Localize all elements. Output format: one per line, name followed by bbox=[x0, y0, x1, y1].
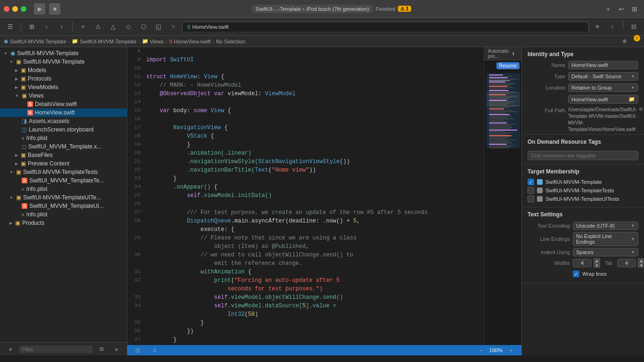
file-tab-homeview[interactable]: S HomeView.swift bbox=[182, 22, 589, 32]
sidebar-item-viewmodels[interactable]: ▶ ▣ ViewModels bbox=[0, 83, 127, 91]
reveal-icon[interactable]: ⚙ bbox=[639, 107, 643, 112]
add-file-icon[interactable]: + bbox=[4, 343, 17, 356]
sidebar-item-assets[interactable]: ◨ Assets.xcassets bbox=[0, 117, 127, 125]
ts-encoding-dropdown[interactable]: Unicode (UTF-8) ▼ bbox=[573, 222, 638, 230]
jump-icon[interactable]: ⊕ bbox=[618, 35, 631, 48]
add-button[interactable]: + bbox=[603, 3, 614, 15]
target-checkbox-1[interactable]: ✓ bbox=[528, 179, 534, 185]
project-icon: ◉ bbox=[4, 38, 8, 44]
filter-sort-icon[interactable]: ⊟ bbox=[95, 343, 108, 356]
warning-dot[interactable]: ! bbox=[634, 35, 640, 41]
preview-info-icon[interactable]: ℹ bbox=[509, 47, 518, 60]
sidebar-item-tests-file[interactable]: S SwiftUI_MVVM_TemplateTe... bbox=[0, 176, 127, 185]
inspector-row-location-file: HomeView.swift 📁 bbox=[522, 93, 644, 105]
function-list-icon[interactable]: ≡ bbox=[148, 344, 161, 355]
breadcrumb-item-file[interactable]: S HomeView.swift bbox=[169, 39, 211, 44]
indent-width-stepper: ▲ ▼ bbox=[638, 258, 644, 268]
on-demand-input[interactable] bbox=[528, 151, 638, 160]
title-bar: ▶ ■ SwiftUI-...-Template › iPod touch (7… bbox=[0, 0, 644, 18]
minimize-button[interactable] bbox=[12, 6, 18, 12]
breadcrumb-item-views[interactable]: 📁 Views bbox=[142, 38, 164, 44]
inspector-list-button[interactable]: ≡ bbox=[591, 20, 604, 33]
sidebar-item-infoplist1[interactable]: ≡ Info.plist bbox=[0, 134, 127, 142]
traffic-lights bbox=[4, 6, 26, 12]
shape-button[interactable]: △ bbox=[107, 20, 120, 33]
ts-lineendings-value: No Explicit Line Endings bbox=[576, 233, 631, 245]
git-button[interactable]: ⑂ bbox=[167, 20, 180, 33]
breadcrumb-item-nosel[interactable]: No Selection bbox=[216, 39, 245, 44]
sidebar-item-products[interactable]: ▶ ▣ Products bbox=[0, 219, 127, 227]
grid-view-button[interactable]: ⊞ bbox=[25, 20, 38, 33]
resume-button[interactable]: Resume bbox=[496, 62, 520, 69]
ts-label-lineendings: Line Endings bbox=[528, 236, 570, 242]
back-button[interactable]: ‹ bbox=[40, 20, 53, 33]
indent-width-input[interactable]: 4 bbox=[617, 259, 636, 267]
sidebar-item-launchscreen[interactable]: ◫ LaunchScreen.storyboard bbox=[0, 125, 127, 134]
sidebar-item-xcconfig[interactable]: ◻ SwiftUI_MVVM_Template.x... bbox=[0, 142, 127, 151]
code-editor[interactable]: 8 9 import SwiftUI 10 11 struct HomeView… bbox=[127, 47, 484, 345]
chevron-down-icon: ▼ bbox=[631, 85, 635, 90]
warning-badge[interactable]: ⚠ 1 bbox=[398, 6, 411, 12]
jump-to-def-icon[interactable]: ◎ bbox=[131, 344, 144, 355]
sidebar-item-homeview[interactable]: S HomeView.swift bbox=[0, 108, 127, 117]
breadcrumb-item-root[interactable]: ◉ SwiftUI-MVVM-Template bbox=[4, 38, 66, 44]
toolbar: ☰ ⊞ ‹ › + ⚠ △ ◇ ⬡ ◱ ⑂ S HomeView.swift ≡… bbox=[0, 18, 644, 36]
indent-width-up[interactable]: ▲ bbox=[638, 258, 644, 263]
target-section-title: Target Membership bbox=[528, 168, 638, 175]
code-coverage-button[interactable]: ◱ bbox=[152, 20, 165, 33]
inspector-type-dropdown[interactable]: Default - Swift Source ▼ bbox=[568, 72, 638, 81]
sidebar-item-infoplist2[interactable]: ≡ Info.plist bbox=[0, 185, 127, 193]
sidebar-toggle[interactable]: ☰ bbox=[4, 20, 17, 33]
inspector-location-dropdown[interactable]: Relative to Group ▼ bbox=[568, 83, 638, 92]
tab-width-down[interactable]: ▼ bbox=[594, 263, 600, 268]
sidebar-item-preview-content[interactable]: ▶ ▣ Preview Content bbox=[0, 159, 127, 168]
filter-options-icon[interactable]: ≡ bbox=[110, 343, 123, 356]
indent-width-down[interactable]: ▼ bbox=[638, 263, 644, 268]
sidebar-item-uitests-group[interactable]: ▼ ▣ SwiftUI-MVVM-TemplateUITe... bbox=[0, 193, 127, 202]
memory-button[interactable]: ◇ bbox=[122, 20, 135, 33]
add-file-button[interactable]: + bbox=[76, 20, 90, 33]
layout-button[interactable]: ⊞ bbox=[629, 3, 640, 15]
wrap-label: Wrap lines bbox=[582, 271, 607, 277]
zoom-in-icon[interactable]: + bbox=[504, 344, 518, 355]
warning-icon[interactable]: ⚠ bbox=[91, 20, 105, 33]
breadcrumb-actions: ⊕ ! bbox=[618, 35, 640, 48]
sidebar-item-folder-main[interactable]: ▼ ▣ SwiftUI-MVVM-Template bbox=[0, 58, 127, 66]
close-button[interactable] bbox=[4, 6, 9, 12]
sidebar-item-basefiles[interactable]: ▶ ▣ BaseFiles bbox=[0, 151, 127, 159]
zoom-out-icon[interactable]: − bbox=[474, 344, 487, 355]
stop-button[interactable]: ■ bbox=[49, 3, 60, 15]
inspector-location-file-field[interactable]: HomeView.swift 📁 bbox=[568, 95, 638, 104]
sidebar-item-detailsview[interactable]: S DetailsView.swift bbox=[0, 100, 127, 108]
breadcrumb-item-template[interactable]: 📁 SwiftUI-MVVM-Template bbox=[72, 38, 136, 44]
tab-width-input[interactable]: 4 bbox=[573, 259, 592, 267]
wrap-checkbox[interactable]: ✓ bbox=[573, 271, 579, 277]
share-button[interactable]: ↑ bbox=[606, 20, 619, 33]
scheme-selector[interactable]: SwiftUI-...-Template › iPod touch (7th g… bbox=[252, 5, 372, 13]
sidebar-item-project-root[interactable]: ▼ ◉ SwiftUI-MVVM-Template bbox=[0, 49, 127, 58]
right-panel-button[interactable]: ⊟ bbox=[627, 20, 640, 33]
filter-input[interactable] bbox=[19, 346, 93, 353]
sidebar-item-uitests-file[interactable]: S SwiftUI_MVVM_TemplateUI... bbox=[0, 202, 127, 210]
sidebar-item-protocols[interactable]: ▶ ▣ Protocols bbox=[0, 74, 127, 83]
code-line: 10 bbox=[127, 64, 484, 73]
ts-indent-dropdown[interactable]: Spaces ▼ bbox=[573, 248, 638, 256]
return-button[interactable]: ↩ bbox=[616, 3, 627, 15]
forward-button[interactable]: › bbox=[55, 20, 68, 33]
run-button[interactable]: ▶ bbox=[34, 3, 45, 15]
target-checkbox-2[interactable] bbox=[528, 187, 534, 194]
inspector-name-field[interactable]: HomeView.swift bbox=[568, 61, 638, 69]
ts-lineendings-dropdown[interactable]: No Explicit Line Endings ▼ bbox=[573, 232, 638, 246]
preview-label: Automatic pre... bbox=[488, 49, 509, 59]
build-button[interactable]: ⬡ bbox=[137, 20, 150, 33]
target-checkbox-3[interactable] bbox=[528, 196, 534, 202]
tab-width-up[interactable]: ▲ bbox=[594, 258, 600, 263]
sidebar-item-views[interactable]: ▼ ▣ Views bbox=[0, 91, 127, 100]
sidebar-item-infoplist3[interactable]: ≡ Info.plist bbox=[0, 210, 127, 219]
file-chooser-icon[interactable]: 📁 bbox=[628, 96, 635, 102]
sidebar-item-tests-group[interactable]: ▼ ▣ SwiftUI-MVVM-TemplateTests bbox=[0, 168, 127, 176]
maximize-button[interactable] bbox=[21, 6, 26, 12]
sidebar-item-label: ViewModels bbox=[28, 84, 58, 90]
swift-icon: S bbox=[22, 178, 27, 183]
sidebar-item-models[interactable]: ▶ ▣ Models bbox=[0, 66, 127, 74]
